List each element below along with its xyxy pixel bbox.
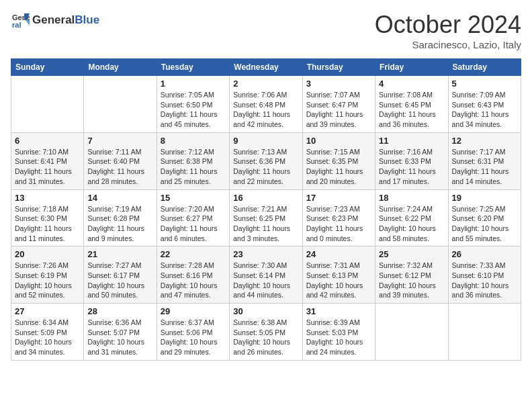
day-cell: 4Sunrise: 7:08 AM Sunset: 6:45 PM Daylig…: [375, 76, 448, 133]
day-info: Sunrise: 7:12 AM Sunset: 6:38 PM Dayligh…: [161, 147, 226, 187]
day-number: 8: [161, 136, 226, 146]
day-number: 19: [452, 193, 517, 203]
logo-general-text: General: [32, 13, 75, 27]
day-cell: 6Sunrise: 7:10 AM Sunset: 6:41 PM Daylig…: [11, 132, 84, 189]
title-section: October 2024 Saracinesco, Lazio, Italy: [375, 11, 521, 50]
day-info: Sunrise: 7:16 AM Sunset: 6:33 PM Dayligh…: [379, 147, 444, 187]
logo: Gene ral General Blue: [11, 11, 99, 30]
day-number: 18: [379, 193, 444, 203]
day-cell: 2Sunrise: 7:06 AM Sunset: 6:48 PM Daylig…: [230, 76, 302, 133]
day-info: Sunrise: 7:28 AM Sunset: 6:16 PM Dayligh…: [161, 261, 226, 300]
day-cell: 1Sunrise: 7:05 AM Sunset: 6:50 PM Daylig…: [157, 76, 229, 133]
day-number: 2: [233, 79, 298, 89]
day-cell: 10Sunrise: 7:15 AM Sunset: 6:35 PM Dayli…: [302, 132, 375, 189]
day-number: 14: [87, 193, 152, 203]
day-header-saturday: Saturday: [448, 59, 521, 76]
day-info: Sunrise: 7:24 AM Sunset: 6:22 PM Dayligh…: [379, 204, 444, 244]
svg-marker-3: [26, 20, 30, 26]
week-row-1: 1Sunrise: 7:05 AM Sunset: 6:50 PM Daylig…: [11, 76, 521, 133]
day-cell: 29Sunrise: 6:37 AM Sunset: 5:06 PM Dayli…: [157, 304, 229, 361]
day-number: 11: [379, 136, 444, 146]
calendar-subtitle: Saracinesco, Lazio, Italy: [375, 39, 521, 50]
day-info: Sunrise: 6:36 AM Sunset: 5:07 PM Dayligh…: [87, 318, 152, 357]
day-number: 5: [452, 79, 517, 89]
day-cell: 27Sunrise: 6:34 AM Sunset: 5:09 PM Dayli…: [11, 304, 84, 361]
day-info: Sunrise: 7:23 AM Sunset: 6:23 PM Dayligh…: [306, 204, 371, 244]
day-cell: [84, 76, 157, 133]
day-number: 22: [161, 249, 226, 259]
day-info: Sunrise: 7:26 AM Sunset: 6:19 PM Dayligh…: [15, 261, 80, 300]
logo-blue-text: Blue: [75, 13, 99, 27]
day-cell: 22Sunrise: 7:28 AM Sunset: 6:16 PM Dayli…: [157, 246, 229, 304]
day-info: Sunrise: 7:19 AM Sunset: 6:28 PM Dayligh…: [87, 204, 152, 244]
day-info: Sunrise: 7:15 AM Sunset: 6:35 PM Dayligh…: [306, 147, 371, 187]
day-cell: 15Sunrise: 7:20 AM Sunset: 6:27 PM Dayli…: [157, 189, 229, 246]
day-info: Sunrise: 7:21 AM Sunset: 6:25 PM Dayligh…: [233, 204, 298, 244]
day-cell: 19Sunrise: 7:25 AM Sunset: 6:20 PM Dayli…: [448, 189, 521, 246]
day-number: 25: [379, 249, 444, 259]
day-info: Sunrise: 7:10 AM Sunset: 6:41 PM Dayligh…: [15, 147, 80, 187]
day-number: 15: [161, 193, 226, 203]
day-number: 9: [233, 136, 298, 146]
day-number: 27: [15, 306, 80, 316]
day-header-tuesday: Tuesday: [157, 59, 229, 76]
day-info: Sunrise: 6:39 AM Sunset: 5:03 PM Dayligh…: [306, 318, 371, 357]
calendar-title: October 2024: [375, 11, 521, 39]
day-cell: 14Sunrise: 7:19 AM Sunset: 6:28 PM Dayli…: [84, 189, 157, 246]
day-number: 1: [161, 79, 226, 89]
day-cell: 24Sunrise: 7:31 AM Sunset: 6:13 PM Dayli…: [302, 246, 375, 304]
day-cell: [11, 76, 84, 133]
day-number: 12: [452, 136, 517, 146]
day-number: 21: [87, 249, 152, 259]
day-cell: 7Sunrise: 7:11 AM Sunset: 6:40 PM Daylig…: [84, 132, 157, 189]
day-cell: 13Sunrise: 7:18 AM Sunset: 6:30 PM Dayli…: [11, 189, 84, 246]
day-header-friday: Friday: [375, 59, 448, 76]
day-cell: 8Sunrise: 7:12 AM Sunset: 6:38 PM Daylig…: [157, 132, 229, 189]
page-header: Gene ral General Blue October 2024 Sarac…: [11, 11, 521, 50]
day-header-monday: Monday: [84, 59, 157, 76]
day-number: 16: [233, 193, 298, 203]
day-header-wednesday: Wednesday: [230, 59, 302, 76]
calendar-table: SundayMondayTuesdayWednesdayThursdayFrid…: [11, 58, 521, 361]
day-info: Sunrise: 7:05 AM Sunset: 6:50 PM Dayligh…: [161, 90, 226, 130]
day-info: Sunrise: 7:07 AM Sunset: 6:47 PM Dayligh…: [306, 90, 371, 130]
day-cell: 16Sunrise: 7:21 AM Sunset: 6:25 PM Dayli…: [230, 189, 302, 246]
day-info: Sunrise: 7:32 AM Sunset: 6:12 PM Dayligh…: [379, 261, 444, 300]
day-number: 10: [306, 136, 371, 146]
day-info: Sunrise: 7:11 AM Sunset: 6:40 PM Dayligh…: [87, 147, 152, 187]
day-header-thursday: Thursday: [302, 59, 375, 76]
day-info: Sunrise: 6:37 AM Sunset: 5:06 PM Dayligh…: [161, 318, 226, 357]
day-info: Sunrise: 6:34 AM Sunset: 5:09 PM Dayligh…: [15, 318, 80, 357]
day-info: Sunrise: 7:13 AM Sunset: 6:36 PM Dayligh…: [233, 147, 298, 187]
day-cell: 3Sunrise: 7:07 AM Sunset: 6:47 PM Daylig…: [302, 76, 375, 133]
day-info: Sunrise: 7:06 AM Sunset: 6:48 PM Dayligh…: [233, 90, 298, 130]
day-info: Sunrise: 7:18 AM Sunset: 6:30 PM Dayligh…: [15, 204, 80, 244]
day-cell: 21Sunrise: 7:27 AM Sunset: 6:17 PM Dayli…: [84, 246, 157, 304]
day-info: Sunrise: 7:17 AM Sunset: 6:31 PM Dayligh…: [452, 147, 517, 187]
day-info: Sunrise: 7:27 AM Sunset: 6:17 PM Dayligh…: [87, 261, 152, 300]
day-info: Sunrise: 7:33 AM Sunset: 6:10 PM Dayligh…: [452, 261, 517, 300]
day-cell: 5Sunrise: 7:09 AM Sunset: 6:43 PM Daylig…: [448, 76, 521, 133]
day-header-sunday: Sunday: [11, 59, 84, 76]
day-number: 3: [306, 79, 371, 89]
calendar-header-row: SundayMondayTuesdayWednesdayThursdayFrid…: [11, 59, 521, 76]
day-number: 28: [87, 306, 152, 316]
day-number: 24: [306, 249, 371, 259]
day-number: 6: [15, 136, 80, 146]
day-cell: 20Sunrise: 7:26 AM Sunset: 6:19 PM Dayli…: [11, 246, 84, 304]
day-number: 30: [233, 306, 298, 316]
week-row-3: 13Sunrise: 7:18 AM Sunset: 6:30 PM Dayli…: [11, 189, 521, 246]
day-cell: 25Sunrise: 7:32 AM Sunset: 6:12 PM Dayli…: [375, 246, 448, 304]
day-number: 4: [379, 79, 444, 89]
day-info: Sunrise: 7:09 AM Sunset: 6:43 PM Dayligh…: [452, 90, 517, 130]
day-cell: 31Sunrise: 6:39 AM Sunset: 5:03 PM Dayli…: [302, 304, 375, 361]
day-info: Sunrise: 7:31 AM Sunset: 6:13 PM Dayligh…: [306, 261, 371, 300]
day-cell: 28Sunrise: 6:36 AM Sunset: 5:07 PM Dayli…: [84, 304, 157, 361]
week-row-2: 6Sunrise: 7:10 AM Sunset: 6:41 PM Daylig…: [11, 132, 521, 189]
day-cell: [375, 304, 448, 361]
day-number: 13: [15, 193, 80, 203]
day-cell: [448, 304, 521, 361]
day-number: 17: [306, 193, 371, 203]
day-cell: 30Sunrise: 6:38 AM Sunset: 5:05 PM Dayli…: [230, 304, 302, 361]
day-cell: 12Sunrise: 7:17 AM Sunset: 6:31 PM Dayli…: [448, 132, 521, 189]
